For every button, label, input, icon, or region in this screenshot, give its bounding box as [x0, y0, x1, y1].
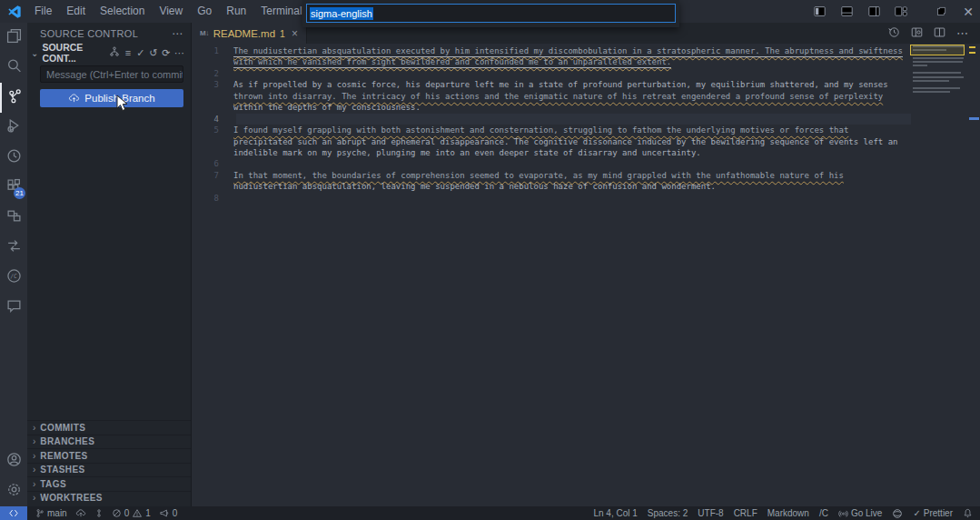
browser-sync-item[interactable] — [892, 508, 903, 519]
cursor-position-item[interactable]: Ln 4, Col 1 — [593, 508, 637, 518]
tab-readme[interactable]: M↓ README.md 1 × — [192, 23, 307, 44]
sidebar-item-remote-explorer[interactable] — [0, 203, 27, 233]
branch-name-selected-text: sigma-english — [310, 7, 373, 20]
browser-sync-icon — [892, 508, 903, 519]
toggle-panel-icon[interactable] — [835, 0, 858, 23]
sidebar-item-run-debug[interactable] — [0, 113, 27, 143]
publish-branch-button[interactable]: Publish Branch — [40, 89, 183, 107]
editor-content[interactable]: 1The nudiustertian absquatulation execut… — [192, 44, 980, 506]
branch-status-item[interactable]: main — [35, 508, 67, 518]
minimap-warning-highlight — [910, 45, 965, 55]
overview-ruler-warning-mark — [969, 46, 975, 48]
view-as-list-icon[interactable]: ≡ — [124, 47, 133, 58]
sidebar-more-actions-icon[interactable]: ⋯ — [172, 27, 183, 40]
sidebar-item-extensions[interactable]: 21 — [0, 173, 27, 203]
chevron-right-icon: › — [33, 451, 35, 461]
split-editor-icon[interactable] — [934, 25, 945, 42]
megaphone-icon — [159, 508, 170, 518]
source-control-icon — [7, 88, 23, 107]
code-line[interactable]: nudiustertian absquatulation, leaving me… — [233, 181, 716, 192]
run-debug-icon — [6, 118, 22, 137]
editor-more-actions-icon[interactable]: ⋯ — [956, 26, 969, 40]
encoding-item[interactable]: UTF-8 — [698, 508, 723, 518]
eol-item[interactable]: CRLF — [734, 508, 757, 518]
line-number: 6 — [192, 158, 219, 169]
menu-terminal[interactable]: Terminal — [253, 0, 309, 23]
code-line[interactable]: indelible mark on my psyche, plunging me… — [233, 147, 701, 158]
c-extension-status-item[interactable]: /C — [819, 508, 828, 518]
chevron-down-icon[interactable]: ⌄ — [31, 48, 38, 58]
problems-status-item[interactable]: 0 1 — [112, 508, 151, 518]
prettier-item[interactable]: ✓ Prettier — [913, 508, 953, 518]
settings-button[interactable] — [0, 476, 27, 506]
line-number: 8 — [192, 193, 219, 204]
cloud-upload-icon — [75, 508, 86, 518]
commit-graph-icon[interactable] — [109, 46, 120, 59]
section-tags[interactable]: › TAGS — [27, 476, 191, 491]
go-live-item[interactable]: Go Live — [838, 508, 882, 518]
menu-edit[interactable]: Edit — [59, 0, 93, 23]
language-mode-item[interactable]: Markdown — [767, 508, 809, 518]
feedback-status-item[interactable]: 0 — [159, 508, 178, 518]
notifications-bell-item[interactable] — [963, 508, 973, 518]
code-line[interactable]: with which he vanished from sight bewild… — [233, 56, 671, 67]
open-changes-icon[interactable] — [888, 25, 900, 42]
customize-layout-icon[interactable] — [889, 0, 913, 23]
publish-status-item[interactable] — [75, 508, 86, 518]
sidebar-item-source-control[interactable] — [0, 83, 27, 113]
section-commits[interactable]: › COMMITS — [27, 420, 191, 435]
section-worktrees[interactable]: › WORKTREES — [27, 491, 191, 505]
sidebar-item-timeline[interactable] — [0, 143, 27, 173]
menu-go[interactable]: Go — [190, 0, 219, 23]
code-line[interactable]: I found myself grappling with both aston… — [233, 125, 848, 135]
menu-view[interactable]: View — [152, 0, 190, 23]
broadcast-icon — [838, 508, 848, 518]
code-line[interactable]: As if propelled by a cosmic force, his d… — [233, 79, 888, 90]
restore-window-icon[interactable] — [929, 0, 953, 23]
toggle-primary-sidebar-icon[interactable] — [807, 0, 831, 23]
undo-icon[interactable]: ↺ — [149, 47, 158, 59]
code-line[interactable]: within the depths of my consciousness. — [233, 102, 421, 113]
code-line[interactable]: The nudiustertian absquatulation execute… — [233, 45, 903, 56]
line-number: 7 — [192, 170, 219, 181]
comments-icon — [6, 298, 22, 317]
commit-check-icon[interactable]: ✓ — [136, 47, 145, 59]
sidebar-item-search[interactable] — [0, 53, 27, 83]
code-line[interactable]: In that moment, the boundaries of compre… — [233, 170, 844, 181]
section-stashes[interactable]: › STASHES — [27, 463, 191, 477]
branch-name: main — [47, 508, 67, 518]
refresh-icon[interactable]: ⟳ — [162, 47, 171, 59]
section-remotes[interactable]: › REMOTES — [27, 448, 191, 463]
open-preview-icon[interactable] — [911, 25, 923, 42]
menu-selection[interactable]: Selection — [93, 0, 152, 23]
menu-run[interactable]: Run — [219, 0, 253, 23]
toggle-secondary-sidebar-icon[interactable] — [862, 0, 886, 23]
commit-message-input[interactable]: Message (Ctrl+Enter to commit on... — [40, 65, 183, 83]
current-line-highlight — [236, 114, 911, 125]
error-icon — [112, 508, 122, 518]
minimap[interactable] — [913, 45, 967, 99]
sidebar-item-gitlens[interactable] — [0, 233, 27, 263]
line-number: 4 — [192, 114, 219, 125]
section-branches[interactable]: › BRANCHES — [27, 435, 191, 449]
feedback-count: 0 — [173, 508, 178, 518]
menu-file[interactable]: File — [27, 0, 59, 23]
editor-group: M↓ README.md 1 × ⋯ 1The nudiustertian ab… — [192, 23, 980, 506]
code-line[interactable]: precipitated such an abrupt and ephemera… — [233, 136, 898, 147]
indentation-item[interactable]: Spaces: 2 — [648, 508, 688, 518]
accounts-button[interactable] — [0, 446, 27, 476]
close-window-icon[interactable]: ✕ — [956, 0, 980, 23]
code-line[interactable]: thrown into disarray. The intricacy of h… — [233, 91, 883, 102]
sidebar-item-explorer[interactable] — [0, 23, 27, 53]
scm-more-actions-icon[interactable]: ⋯ — [174, 47, 185, 59]
status-bar: main 0 1 0 Ln 4, Col 1 Spaces: 2 UTF-8 C… — [0, 506, 980, 520]
sidebar-item-comments[interactable] — [0, 293, 27, 323]
gitlens-status-item[interactable] — [94, 508, 104, 518]
sidebar-item-c-extension[interactable]: /C — [0, 263, 27, 293]
close-tab-icon[interactable]: × — [292, 27, 298, 40]
branch-name-input[interactable]: sigma-english — [306, 4, 676, 23]
scm-section-label[interactable]: SOURCE CONT... — [42, 42, 102, 64]
gitlens-sections: › COMMITS › BRANCHES › REMOTES › STASHES… — [27, 420, 191, 506]
remote-indicator[interactable] — [0, 506, 27, 520]
line-number — [192, 102, 219, 113]
